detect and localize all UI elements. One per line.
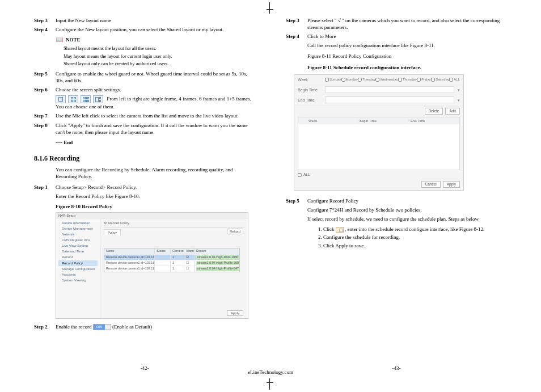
split-6-icon[interactable] <box>81 95 91 103</box>
all-check[interactable]: ALL <box>294 171 463 179</box>
toggle-on: ON <box>94 324 105 330</box>
split-1p5-icon[interactable] <box>93 95 103 103</box>
reload-button[interactable]: Reload <box>227 229 243 234</box>
step-text: If select record by schedule, we need to… <box>307 216 507 222</box>
day-check[interactable]: Wednesday <box>375 77 398 82</box>
step-body: Use the Mic left click to select the cam… <box>56 112 255 119</box>
step-label: Step 8 <box>34 122 56 136</box>
nav-item[interactable]: Accounts <box>58 272 98 277</box>
chevron-down-icon: ▾ <box>458 98 460 103</box>
step-label: Step 7 <box>34 112 56 119</box>
split-4-icon[interactable] <box>68 95 78 103</box>
schedule-icon[interactable] <box>336 227 344 233</box>
day-check[interactable]: Tuesday <box>358 77 375 82</box>
step-body: Configure to enable the wheel guard or n… <box>56 70 255 84</box>
day-check[interactable]: Saturday <box>431 77 449 82</box>
step-8: Step 8 Click "Apply" to finish and save … <box>34 122 255 136</box>
nav-item[interactable]: Storage Configuration <box>58 266 98 272</box>
table-row[interactable]: Remote device camera1 id=192.168.0.113 1… <box>104 254 239 260</box>
list-item: Configure the schedule for recording. <box>323 234 507 241</box>
nav-item[interactable]: Live View Setting <box>58 243 98 248</box>
figure-8-10: Figure 8-10 Record Policy NVR Setup Devi… <box>56 203 255 319</box>
step-label: Step 4 <box>286 33 307 59</box>
week-label: Week <box>298 77 323 82</box>
step-text: Enable the record <box>56 324 91 330</box>
schedule-grid: Week Begin Time End Time <box>298 117 460 170</box>
step-3: Step 3 Input the New layout name <box>34 17 255 24</box>
page-right: Step 3 Please select " √ " on the camera… <box>286 17 507 372</box>
nav-item[interactable]: Record <box>58 254 98 260</box>
step-4: Step 4 Configure the New layout position… <box>34 26 255 33</box>
step-3r: Step 3 Please select " √ " on the camera… <box>286 17 507 31</box>
delete-button[interactable]: Delete <box>425 108 443 115</box>
policy-tab[interactable]: Policy <box>104 229 121 235</box>
day-check[interactable]: Friday <box>417 77 431 82</box>
cancel-button[interactable]: Cancel <box>421 181 441 188</box>
add-button[interactable]: Add <box>445 108 460 115</box>
nav-item[interactable]: Device Information <box>58 220 98 226</box>
step-label: Step 5 <box>286 197 307 222</box>
panel-title: Record Policy <box>108 221 129 225</box>
nav-tree[interactable]: Device Information Device Management Net… <box>56 218 100 318</box>
step-label: Step 4 <box>34 26 56 33</box>
grid-col: End Time <box>408 117 459 124</box>
step-text: (Enable as Default) <box>112 324 152 330</box>
section-title: 8.1.6 Recording <box>34 154 255 163</box>
note-block: 📖 NOTE Shared layout means the layout fo… <box>56 35 255 68</box>
step-7: Step 7 Use the Mic left click to select … <box>34 112 255 119</box>
record-policy-screenshot: NVR Setup Device Information Device Mana… <box>56 212 248 319</box>
nav-item-selected[interactable]: Record Policy <box>58 260 98 266</box>
day-check[interactable]: Monday <box>341 77 358 82</box>
split-row: From left to right are single frame, 4 f… <box>56 95 255 110</box>
step-text: Configure 7*24H and Record by Schedule t… <box>307 206 507 213</box>
step-text: Enter the Record Policy like Figure 8-10… <box>56 193 255 200</box>
end-time-row[interactable]: End Time ▾ <box>294 95 463 106</box>
step-body: Input the New layout name <box>56 17 255 24</box>
nav-item[interactable]: System Viewing <box>58 277 98 283</box>
rec-step-2: Step 2 Enable the record ON (Enable as D… <box>34 323 255 330</box>
record-toggle[interactable]: ON <box>93 324 111 330</box>
nav-item[interactable]: Date and Time <box>58 248 98 254</box>
step-text: Call the record policy configuration int… <box>307 42 507 49</box>
apply-button[interactable]: Apply <box>227 310 243 316</box>
day-check[interactable]: ALL <box>449 77 460 82</box>
list-item: Click , enter into the schedule record c… <box>323 226 507 233</box>
note-line: Shared layout means the layout for all t… <box>64 45 255 53</box>
policy-table: Name Status Cameras Alarm Stream Remote … <box>104 248 240 272</box>
step-body: Please select " √ " on the cameras which… <box>307 17 507 31</box>
step-4r: Step 4 Click to More Call the record pol… <box>286 33 507 59</box>
step-6: Step 6 Choose the screen split settings. <box>34 86 255 93</box>
split-1-icon[interactable] <box>56 95 66 103</box>
nav-item[interactable]: CMS Register Info <box>58 237 98 243</box>
ordered-steps: Click , enter into the schedule record c… <box>316 226 507 248</box>
end-marker: ---- End <box>56 139 255 146</box>
book-icon: 📖 <box>56 35 64 44</box>
step-label: Step 6 <box>34 86 56 93</box>
day-check[interactable]: Thursday <box>398 77 417 82</box>
step-5: Step 5 Configure to enable the wheel gua… <box>34 70 255 84</box>
step-body: Choose the screen split settings. <box>56 86 255 93</box>
begin-time-row[interactable]: Begin Time ▾ <box>294 85 463 95</box>
nav-item[interactable]: Network <box>58 231 98 237</box>
table-row[interactable]: Remote device camera1 id=192.168.0.135 1… <box>104 260 239 265</box>
begin-label: Begin Time <box>298 87 323 92</box>
note-line: Shared layout only can be created by aut… <box>64 60 255 68</box>
table-row[interactable]: Remote device camera1 id=192.168.0.135 1… <box>104 265 239 271</box>
nav-item[interactable]: Device Management <box>58 226 98 231</box>
step-body: Click "Apply" to finish and save the con… <box>56 122 255 136</box>
rec-step-1: Step 1 Choose Setup> Record> Record Poli… <box>34 184 255 200</box>
step-text: Figure 8-11 Record Policy Configuration <box>307 53 507 60</box>
apply-button[interactable]: Apply <box>443 181 460 188</box>
figure-caption: Figure 8-11 Schedule record configuratio… <box>307 64 507 71</box>
col-status: Status <box>155 248 171 254</box>
note-title: NOTE <box>66 36 81 43</box>
step-text: Choose Setup> Record> Record Policy. <box>56 184 255 191</box>
figure-caption: Figure 8-10 Record Policy <box>56 203 255 210</box>
page-left: Step 3 Input the New layout name Step 4 … <box>34 17 255 372</box>
toggle-off <box>105 324 111 330</box>
day-check[interactable]: Sunday <box>325 77 341 82</box>
col-cameras: Cameras <box>171 248 184 254</box>
list-item: Click Apply to save. <box>323 242 507 249</box>
grid-col: Begin Time <box>357 117 408 124</box>
schedule-config-screenshot: Week Sunday Monday Tuesday Wednesday Thu… <box>294 74 464 191</box>
